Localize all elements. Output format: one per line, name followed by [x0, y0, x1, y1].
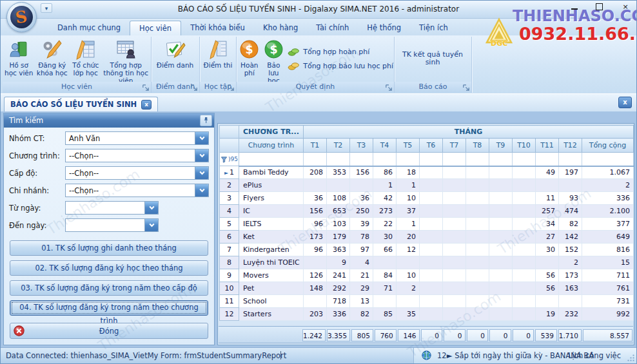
- cell-program[interactable]: School: [239, 295, 304, 308]
- cell-total-value[interactable]: 761: [582, 282, 634, 295]
- cell-month-value[interactable]: 108: [327, 192, 350, 205]
- maximize-button[interactable]: [596, 3, 603, 10]
- table-row[interactable]: 9Movers12624121841056173711: [220, 269, 634, 282]
- cell-total-value[interactable]: 731: [582, 295, 634, 308]
- cell-month-value[interactable]: [489, 205, 513, 218]
- column-header-month[interactable]: T9: [489, 139, 513, 153]
- cell-month-value[interactable]: [443, 256, 466, 269]
- cell-program[interactable]: IELTS: [239, 218, 304, 231]
- cell-month-value[interactable]: [489, 256, 513, 269]
- cell-month-value[interactable]: [489, 308, 513, 321]
- cell-month-value[interactable]: [304, 179, 327, 192]
- cell-month-value[interactable]: 78: [350, 231, 373, 244]
- row-indicator[interactable]: 3: [220, 192, 239, 205]
- filter-cell[interactable]: [239, 153, 304, 166]
- cell-month-value[interactable]: [466, 205, 489, 218]
- cell-month-value[interactable]: 19: [536, 308, 559, 321]
- cell-month-value[interactable]: 18: [397, 166, 420, 179]
- cell-month-value[interactable]: 474: [559, 205, 582, 218]
- cell-month-value[interactable]: 257: [536, 205, 559, 218]
- chevron-down-icon[interactable]: [144, 219, 158, 231]
- cell-month-value[interactable]: [513, 205, 536, 218]
- ribbon-tab[interactable]: Hệ thống: [358, 21, 410, 35]
- cell-month-value[interactable]: [304, 295, 327, 308]
- cell-month-value[interactable]: [327, 179, 350, 192]
- cell-month-value[interactable]: [559, 295, 582, 308]
- cell-month-value[interactable]: [373, 295, 397, 308]
- cell-total-value[interactable]: 377: [582, 218, 634, 231]
- cell-month-value[interactable]: 1: [373, 179, 397, 192]
- cell-month-value[interactable]: 13: [350, 295, 373, 308]
- pin-icon[interactable]: [200, 115, 212, 126]
- cell-month-value[interactable]: 142: [559, 231, 582, 244]
- cell-month-value[interactable]: [489, 269, 513, 282]
- cell-month-value[interactable]: [420, 231, 443, 244]
- row-indicator[interactable]: 8: [220, 256, 239, 269]
- table-row[interactable]: 6Ket17317978302027142649: [220, 231, 634, 244]
- row-indicator[interactable]: 12: [220, 308, 239, 321]
- report-button-04[interactable]: 04. TK số lượng đăng ký trong năm theo c…: [10, 300, 208, 316]
- cell-month-value[interactable]: [536, 179, 559, 192]
- document-tab-close-icon[interactable]: x: [141, 100, 152, 110]
- column-header-program[interactable]: Chương trình: [239, 139, 304, 153]
- cell-total-value[interactable]: 15: [582, 256, 634, 269]
- band-month-header[interactable]: THÁNG: [304, 126, 634, 139]
- cell-month-value[interactable]: [420, 269, 443, 282]
- cell-month-value[interactable]: 36: [350, 192, 373, 205]
- cell-month-value[interactable]: 173: [559, 269, 582, 282]
- ribbon-small-button[interactable]: Tổng hợp bảo lưu học phí: [288, 62, 393, 70]
- cell-month-value[interactable]: 93: [559, 192, 582, 205]
- cell-month-value[interactable]: 22: [373, 218, 397, 231]
- task-calendar-link[interactable]: Lịch công việc: [568, 351, 621, 360]
- ribbon-button[interactable]: Điểm thi: [201, 38, 235, 70]
- document-tab[interactable]: BÁO CÁO SỐ LIỆU TUYỂN SINH x: [4, 97, 158, 111]
- cell-month-value[interactable]: [536, 256, 559, 269]
- combo-field[interactable]: --Chọn--: [65, 166, 209, 180]
- cell-month-value[interactable]: 56: [536, 269, 559, 282]
- filter-cell[interactable]: [559, 153, 582, 166]
- row-indicator[interactable]: 6: [220, 231, 239, 244]
- cell-month-value[interactable]: 21: [350, 269, 373, 282]
- table-row[interactable]: 3Flyers361083642101193336: [220, 192, 634, 205]
- cell-month-value[interactable]: 1: [397, 179, 420, 192]
- table-row[interactable]: 7Kindergarten9636397661230152816: [220, 244, 634, 256]
- cell-month-value[interactable]: [443, 218, 466, 231]
- cell-month-value[interactable]: [489, 282, 513, 295]
- filter-cell[interactable]: [304, 153, 327, 166]
- cell-month-value[interactable]: [513, 218, 536, 231]
- cell-program[interactable]: Starters: [239, 308, 304, 321]
- cell-month-value[interactable]: 39: [350, 218, 373, 231]
- ribbon-button[interactable]: Đăng ký khóa học: [34, 38, 70, 77]
- filter-cell[interactable]: [513, 153, 536, 166]
- cell-month-value[interactable]: [513, 244, 536, 256]
- ribbon-tab[interactable]: Tiện ích: [410, 21, 457, 35]
- ribbon-button[interactable]: TK kết quả tuyển sinh: [395, 38, 470, 79]
- chevron-down-icon[interactable]: [195, 149, 208, 162]
- row-indicator[interactable]: 11: [220, 295, 239, 308]
- column-header-month[interactable]: T4: [373, 139, 397, 153]
- app-logo-icon[interactable]: S: [6, 2, 37, 32]
- cell-month-value[interactable]: [443, 308, 466, 321]
- cell-month-value[interactable]: 36: [304, 192, 327, 205]
- column-header-month[interactable]: T11: [536, 139, 559, 153]
- report-button-03[interactable]: 03. TK số lượng đăng ký trong năm theo c…: [10, 280, 208, 296]
- column-header-month[interactable]: T12: [559, 139, 582, 153]
- cell-month-value[interactable]: 336: [327, 308, 350, 321]
- dialog-launcher-icon[interactable]: [385, 84, 393, 91]
- chevron-down-icon[interactable]: [144, 202, 158, 214]
- cell-month-value[interactable]: [466, 244, 489, 256]
- cell-month-value[interactable]: [420, 218, 443, 231]
- filter-cell[interactable]: [350, 153, 373, 166]
- cell-month-value[interactable]: 250: [350, 205, 373, 218]
- cell-month-value[interactable]: 42: [373, 192, 397, 205]
- cell-month-value[interactable]: 49: [536, 166, 559, 179]
- date-field[interactable]: [65, 218, 159, 232]
- cell-month-value[interactable]: [304, 256, 327, 269]
- ribbon-button[interactable]: Điểm danh: [152, 38, 198, 70]
- cell-month-value[interactable]: [420, 244, 443, 256]
- ribbon-tab[interactable]: Học viên: [130, 21, 181, 35]
- cell-month-value[interactable]: 156: [304, 205, 327, 218]
- cell-month-value[interactable]: 148: [304, 282, 327, 295]
- cell-month-value[interactable]: [420, 256, 443, 269]
- filter-cell[interactable]: [466, 153, 489, 166]
